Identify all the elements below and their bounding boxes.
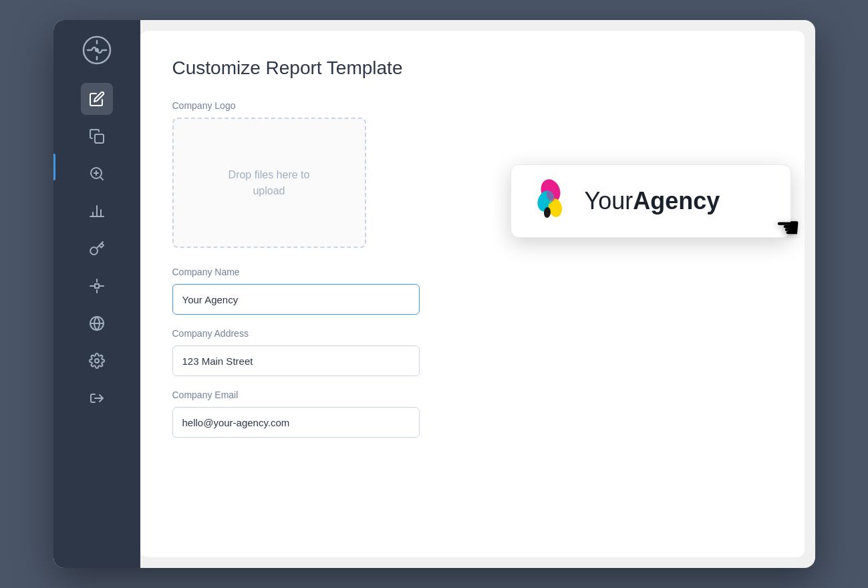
sidebar-item-chart[interactable] [81, 195, 113, 227]
company-email-input[interactable] [172, 407, 420, 438]
company-name-section: Company Name [172, 267, 772, 315]
agency-name-regular: Your [585, 187, 633, 214]
company-address-label: Company Address [172, 328, 772, 339]
main-content: Customize Report Template Company Logo D… [140, 31, 805, 557]
sidebar-item-globe[interactable] [81, 307, 113, 339]
app-logo[interactable] [80, 33, 114, 67]
agency-name-display: YourAgency [585, 187, 720, 215]
company-address-input[interactable] [172, 345, 420, 376]
company-name-input[interactable] [172, 284, 420, 315]
company-email-label: Company Email [172, 390, 772, 400]
svg-point-20 [95, 359, 99, 363]
sidebar [53, 20, 140, 568]
logo-upload-area[interactable]: Drop files here toupload [172, 118, 366, 248]
agency-name-bold: Agency [633, 187, 720, 214]
sidebar-item-tool[interactable] [81, 270, 113, 302]
svg-rect-17 [95, 284, 99, 288]
agency-preview-popup: YourAgency ☛ [511, 164, 791, 238]
company-name-label: Company Name [172, 267, 772, 277]
company-address-section: Company Address [172, 328, 772, 376]
active-indicator [53, 154, 55, 180]
sidebar-item-copy[interactable] [81, 120, 113, 152]
logo-label: Company Logo [172, 100, 772, 111]
svg-line-8 [100, 177, 102, 180]
sidebar-item-search-plus[interactable] [81, 158, 113, 190]
company-email-section: Company Email [172, 390, 772, 438]
sidebar-item-edit[interactable] [81, 83, 113, 115]
agency-logo-icon [527, 178, 574, 225]
svg-rect-6 [95, 134, 104, 143]
svg-point-1 [95, 48, 99, 52]
page-title: Customize Report Template [172, 57, 772, 79]
sidebar-item-key[interactable] [81, 233, 113, 265]
sidebar-item-export[interactable] [81, 382, 113, 414]
cursor-hand-icon: ☛ [775, 211, 801, 244]
logo-upload-text: Drop files here toupload [229, 167, 310, 199]
sidebar-item-settings[interactable] [81, 345, 113, 377]
